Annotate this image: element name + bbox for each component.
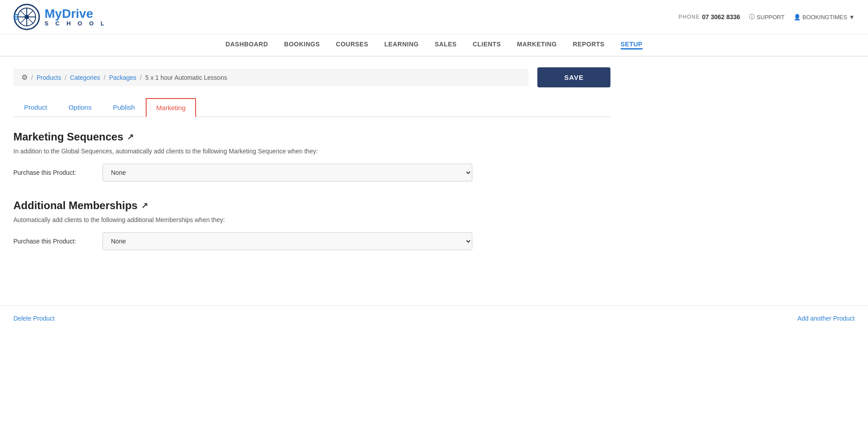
logo-text: MyDrive S C H O O L (45, 8, 107, 27)
additional-memberships-purchase-label: Purchase this Product: (13, 238, 94, 245)
content-area: ⚙ / Products / Categories / Packages / 5… (0, 57, 624, 279)
breadcrumb-sep-2: / (65, 74, 66, 81)
nav-learning[interactable]: LEARNING (385, 41, 419, 49)
footer-links: Delete Product Add another Product (0, 305, 868, 331)
phone-label: PHONE (679, 14, 700, 20)
logo-school: S C H O O L (45, 20, 107, 27)
breadcrumb-categories[interactable]: Categories (70, 74, 100, 81)
top-bar: MyDrive S C H O O L PHONE 07 3062 8336 ⓘ… (0, 0, 868, 34)
external-link-icon-1[interactable]: ↗ (127, 132, 134, 142)
logo-name: MyDrive (45, 8, 107, 20)
nav-setup[interactable]: SETUP (621, 41, 643, 49)
question-icon: ⓘ (749, 13, 755, 21)
chevron-down-icon: ▼ (849, 14, 855, 21)
nav-courses[interactable]: COURSES (336, 41, 368, 49)
svg-point-6 (25, 15, 29, 19)
delete-product-link[interactable]: Delete Product (13, 315, 55, 322)
breadcrumb-sep-4: / (140, 74, 142, 81)
breadcrumb-packages[interactable]: Packages (109, 74, 136, 81)
support-link[interactable]: ⓘ SUPPORT (749, 13, 785, 21)
bookingtimes-label: BOOKINGTIMES (802, 14, 847, 21)
nav-bar: DASHBOARD BOOKINGS COURSES LEARNING SALE… (0, 34, 868, 57)
tabs: Product Options Publish Marketing (13, 98, 610, 117)
marketing-sequences-purchase-select[interactable]: None (102, 164, 472, 181)
external-link-icon-2[interactable]: ↗ (141, 201, 148, 210)
phone-info: PHONE 07 3062 8336 (679, 13, 740, 21)
nav-dashboard[interactable]: DASHBOARD (225, 41, 268, 49)
additional-memberships-label: Additional Memberships (13, 199, 138, 212)
additional-memberships-desc: Automatically add clients to the followi… (13, 216, 610, 223)
logo: MyDrive S C H O O L (13, 4, 107, 30)
tab-product[interactable]: Product (13, 98, 58, 116)
additional-memberships-section: Additional Memberships ↗ Automatically a… (13, 199, 610, 250)
tab-publish[interactable]: Publish (102, 98, 145, 116)
support-label: SUPPORT (757, 14, 785, 21)
additional-memberships-purchase-row: Purchase this Product: None (13, 232, 610, 250)
breadcrumb-sep-3: / (104, 74, 106, 81)
marketing-sequences-purchase-row: Purchase this Product: None (13, 164, 610, 181)
logo-icon (13, 4, 40, 30)
breadcrumb-products[interactable]: Products (37, 74, 61, 81)
tab-options[interactable]: Options (58, 98, 102, 116)
nav-marketing[interactable]: MARKETING (517, 41, 557, 49)
breadcrumb-current: 5 x 1 hour Automatic Lessons (145, 74, 227, 81)
bookingtimes-link[interactable]: 👤 BOOKINGTIMES ▼ (794, 14, 855, 21)
gear-icon[interactable]: ⚙ (21, 73, 28, 82)
nav-sales[interactable]: SALES (435, 41, 457, 49)
marketing-sequences-label: Marketing Sequences (13, 131, 123, 143)
add-product-link[interactable]: Add another Product (798, 315, 855, 322)
breadcrumb-sep-1: / (31, 74, 33, 81)
additional-memberships-title: Additional Memberships ↗ (13, 199, 610, 212)
marketing-sequences-desc: In addition to the Global Sequences, aut… (13, 148, 610, 155)
nav-reports[interactable]: REPORTS (573, 41, 605, 49)
breadcrumb: ⚙ / Products / Categories / Packages / 5… (13, 69, 528, 86)
user-icon: 👤 (794, 14, 801, 21)
phone-number: 07 3062 8336 (702, 13, 740, 21)
nav-bookings[interactable]: BOOKINGS (284, 41, 320, 49)
save-button[interactable]: SAVE (537, 67, 610, 87)
top-right-info: PHONE 07 3062 8336 ⓘ SUPPORT 👤 BOOKINGTI… (679, 13, 855, 21)
breadcrumb-row: ⚙ / Products / Categories / Packages / 5… (13, 67, 610, 87)
marketing-sequences-purchase-label: Purchase this Product: (13, 169, 94, 176)
additional-memberships-purchase-select[interactable]: None (102, 232, 472, 250)
tab-marketing[interactable]: Marketing (146, 98, 197, 117)
marketing-sequences-section: Marketing Sequences ↗ In addition to the… (13, 131, 610, 181)
marketing-sequences-title: Marketing Sequences ↗ (13, 131, 610, 143)
nav-clients[interactable]: CLIENTS (473, 41, 501, 49)
